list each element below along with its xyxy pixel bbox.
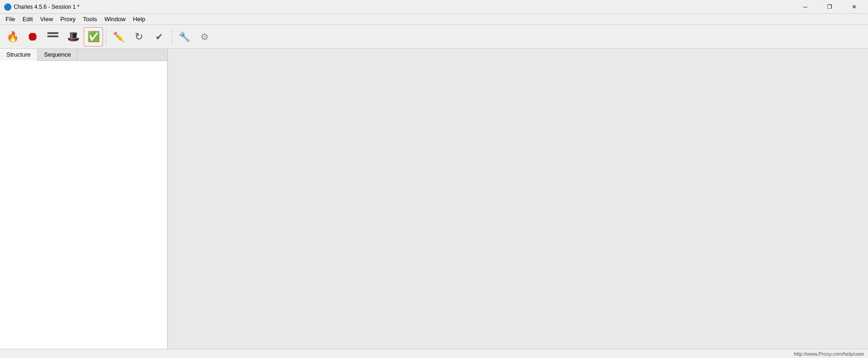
edit-icon: ✏️ — [113, 31, 125, 42]
compose-button[interactable]: ✏️ — [109, 27, 128, 46]
hat-icon: 🎩 — [67, 31, 80, 43]
ssl-icon: ✅ — [87, 31, 100, 43]
left-content — [0, 61, 167, 349]
right-panel — [168, 49, 868, 349]
gear-icon: ⚙ — [200, 31, 209, 42]
flame-button[interactable]: 🔥 — [3, 27, 22, 46]
tab-structure[interactable]: Structure — [0, 49, 38, 61]
record-button[interactable]: ⏺ — [23, 27, 42, 46]
breakpoints-button[interactable]: 🎩 — [63, 27, 83, 46]
ssl-button[interactable]: ✅ — [84, 27, 103, 46]
close-button[interactable]: ✕ — [844, 0, 864, 14]
window-controls: ─ ❐ ✕ — [795, 0, 864, 14]
throttle-button[interactable] — [43, 27, 63, 46]
tabs-bar: Structure Sequence — [0, 49, 167, 61]
main-area: Structure Sequence — [0, 49, 868, 349]
reload-icon: ↻ — [135, 31, 143, 43]
menu-help[interactable]: Help — [129, 14, 149, 24]
maximize-button[interactable]: ❐ — [819, 0, 840, 14]
tab-sequence[interactable]: Sequence — [38, 49, 78, 60]
menu-file[interactable]: File — [2, 14, 19, 24]
validate-button[interactable]: ✔ — [149, 27, 169, 46]
svg-rect-1 — [47, 35, 58, 37]
menu-tools[interactable]: Tools — [80, 14, 101, 24]
menu-proxy[interactable]: Proxy — [57, 14, 79, 24]
left-panel: Structure Sequence — [0, 49, 168, 349]
check-icon: ✔ — [155, 31, 163, 42]
throttle-icon — [46, 31, 59, 42]
toolbar-separator-2 — [171, 29, 172, 45]
minimize-button[interactable]: ─ — [795, 0, 816, 14]
title-bar-text: Charles 4.5.6 - Session 1 * — [14, 4, 795, 10]
menu-view[interactable]: View — [36, 14, 57, 24]
toolbar-separator-1 — [106, 29, 106, 45]
right-content — [168, 49, 868, 349]
tools-icon: 🔧 — [179, 31, 190, 42]
menu-edit[interactable]: Edit — [19, 14, 36, 24]
repeat-button[interactable]: ↻ — [129, 27, 148, 46]
tools-button[interactable]: 🔧 — [175, 27, 194, 46]
toolbar: 🔥 ⏺ 🎩 ✅ ✏️ ↻ ✔ 🔧 ⚙ — [0, 25, 868, 49]
status-text: http://www.Proxy.com/help/user — [794, 351, 864, 357]
settings-button[interactable]: ⚙ — [195, 27, 214, 46]
status-bar: http://www.Proxy.com/help/user — [0, 349, 868, 358]
menu-bar: File Edit View Proxy Tools Window Help — [0, 14, 868, 25]
title-bar: 🔵 Charles 4.5.6 - Session 1 * ─ ❐ ✕ — [0, 0, 868, 14]
menu-window[interactable]: Window — [101, 14, 129, 24]
flame-icon: 🔥 — [6, 31, 19, 43]
app-icon: 🔵 — [4, 3, 11, 11]
svg-rect-0 — [47, 32, 58, 34]
record-icon: ⏺ — [27, 29, 39, 44]
